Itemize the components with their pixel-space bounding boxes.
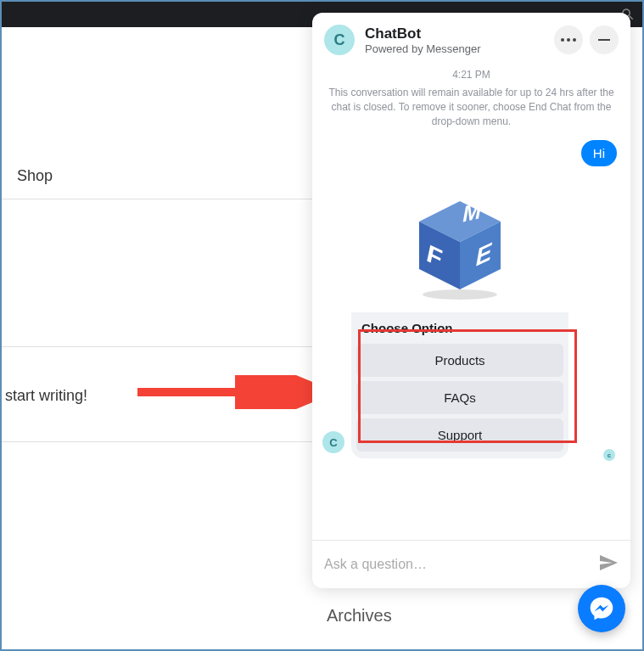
system-notice: This conversation will remain available … [322,86,620,140]
ellipsis-icon [561,38,576,42]
option-card: M F E Choose Option Products FAQs Suppor… [351,178,568,458]
chat-body: 4:21 PM This conversation will remain av… [312,64,630,540]
svg-point-3 [567,38,570,42]
shop-heading: Shop [17,167,53,185]
bot-name: ChatBot [365,25,544,42]
page-background: Shop start writing! Archives C ChatBot P… [2,27,642,649]
read-receipt-avatar: c [603,449,615,461]
option-faqs-button[interactable]: FAQs [356,381,563,414]
start-writing-text: start writing! [5,387,87,405]
card-title: Choose Option [351,312,568,340]
header-actions [554,25,619,54]
more-options-button[interactable] [554,25,583,54]
minimize-icon [598,39,610,41]
header-text: ChatBot Powered by Messenger [365,25,544,55]
svg-point-4 [573,38,576,42]
user-message-row: Hi [322,140,620,166]
chat-widget: C ChatBot Powered by Messenger 4:21 PM T… [312,13,630,588]
send-icon [598,553,619,573]
svg-text:M: M [462,198,482,227]
options-container: Products FAQs Support [351,340,568,458]
fme-cube-logo-icon: M F E [400,186,519,305]
bot-avatar-small: C [322,431,344,453]
timestamp: 4:21 PM [322,69,620,81]
divider [2,346,316,347]
bot-avatar: C [324,25,355,55]
powered-by-label: Powered by Messenger [365,42,544,55]
chat-header: C ChatBot Powered by Messenger [312,13,630,64]
divider [2,441,316,442]
messenger-fab-button[interactable] [578,585,625,632]
chat-input[interactable] [324,557,590,572]
card-image: M F E [351,178,568,312]
messenger-icon [588,595,615,622]
archives-heading: Archives [327,606,392,626]
option-products-button[interactable]: Products [356,344,563,377]
user-message-bubble: Hi [581,140,617,166]
minimize-button[interactable] [590,25,619,54]
annotation-arrow [133,375,328,409]
option-support-button[interactable]: Support [356,418,563,452]
svg-point-12 [423,289,497,300]
svg-point-2 [561,38,564,42]
divider [2,199,316,199]
svg-rect-5 [598,39,610,41]
bot-card-row: C M F E [322,178,620,458]
send-button[interactable] [598,553,619,576]
chat-input-row [312,540,630,588]
